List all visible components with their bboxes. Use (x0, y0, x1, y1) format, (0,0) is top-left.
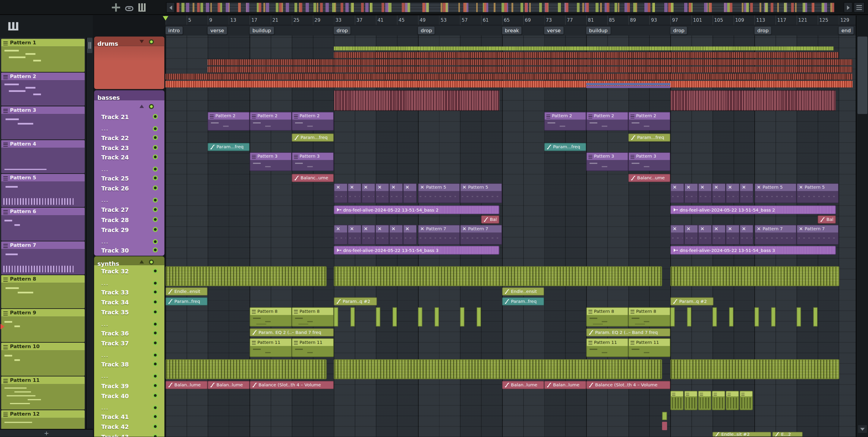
grid-icon[interactable] (138, 3, 147, 12)
automation-clip[interactable]: Endle..ensit (502, 287, 544, 295)
muted-pattern-clip[interactable]: × (361, 183, 375, 203)
scrollbar-thumb[interactable] (858, 36, 867, 114)
track-row[interactable]: Track 36 (94, 328, 164, 338)
arrangement-minimap[interactable] (176, 2, 835, 13)
pattern-clip[interactable] (698, 391, 711, 410)
audio-clip[interactable]: dns-feel-alive-2024-05-22 13-51-54_bass … (334, 246, 499, 255)
track-row[interactable]: Track 23 (94, 143, 164, 152)
pattern-clip[interactable]: Pattern 2 (250, 112, 292, 130)
audio-clip[interactable]: dns-feel-alive-2024-05-22 13-51-54_bass … (670, 246, 836, 255)
mini-clip[interactable] (797, 307, 801, 326)
automation-lane-row[interactable]: ... (94, 403, 164, 412)
track-mute-led[interactable] (153, 434, 158, 437)
muted-pattern-clip[interactable]: × (403, 183, 417, 203)
automation-clip[interactable]: Endle..ensit (165, 287, 208, 295)
track-row[interactable]: Track 41 (94, 412, 164, 421)
muted-pattern-clip[interactable]: × (403, 225, 417, 245)
pattern-clip[interactable]: Pattern 3 (292, 152, 334, 171)
pattern-item[interactable]: Pattern 8 (1, 275, 85, 308)
mini-clip[interactable] (350, 307, 355, 326)
automation-clip[interactable]: Balance (Slot..th 4 – Volume (586, 381, 670, 389)
bass-roll-clip[interactable] (670, 90, 836, 111)
track-row[interactable]: Track 39 (94, 381, 164, 390)
drum-roll-clip[interactable] (165, 81, 852, 87)
pattern-clip[interactable]: Pattern 11 (586, 338, 628, 357)
automation-clip[interactable]: Balanc..ume (628, 174, 671, 182)
pattern-item[interactable]: Pattern 11 (1, 376, 85, 410)
track-mute-led[interactable] (153, 290, 158, 295)
automation-clip[interactable]: Bal.. (818, 215, 836, 224)
track-mute-led[interactable] (153, 176, 158, 181)
pattern-clip[interactable]: Pattern 11 (292, 338, 334, 357)
automation-clip[interactable]: Balan..lume (165, 381, 208, 389)
muted-pattern-clip[interactable]: × (389, 183, 403, 203)
drum-roll-clip[interactable] (165, 73, 852, 80)
track-mute-led[interactable] (153, 198, 158, 203)
drum-roll-clip[interactable] (334, 52, 671, 58)
track-mute-led[interactable] (153, 154, 158, 159)
pattern-item[interactable]: Pattern 10 (1, 343, 85, 376)
automation-clip[interactable]: Param..freq (165, 297, 208, 306)
playlist-window-icon[interactable] (8, 22, 19, 30)
note-roll-clip[interactable] (165, 266, 327, 286)
track-mute-led[interactable] (153, 424, 158, 429)
drum-roll-clip[interactable] (334, 66, 671, 72)
pattern-clip[interactable]: Pattern 3 (250, 152, 292, 171)
muted-pattern-clip[interactable]: ×Pattern 5 (460, 183, 502, 203)
track-mute-led[interactable] (153, 185, 158, 190)
drum-roll-clip[interactable] (670, 59, 852, 65)
muted-pattern-clip[interactable]: ×Pattern 7 (754, 225, 797, 245)
scroll-down-button[interactable] (858, 425, 867, 433)
timeline-marker[interactable]: end (839, 26, 854, 34)
playlist-vertical-scrollbar[interactable] (856, 15, 868, 437)
pattern-item[interactable]: Pattern 5 (1, 174, 85, 207)
track-mute-led[interactable] (153, 281, 158, 286)
note-roll-clip[interactable] (334, 359, 662, 379)
timeline-marker[interactable]: buildup (586, 26, 610, 34)
muted-pattern-clip[interactable]: × (698, 183, 712, 203)
muted-pattern-clip[interactable]: × (712, 225, 726, 245)
pattern-item[interactable]: Pattern 4 (1, 140, 85, 173)
automation-clip[interactable]: Param...freq (628, 133, 671, 142)
mini-clip[interactable] (687, 307, 691, 326)
pattern-clip[interactable] (670, 391, 684, 410)
track-mute-led[interactable] (153, 145, 158, 150)
pattern-clip[interactable]: Pattern 2 (544, 112, 587, 130)
track-row[interactable]: Track 29 (94, 225, 164, 234)
muted-pattern-clip[interactable]: × (684, 183, 698, 203)
track-mute-led[interactable] (153, 310, 158, 315)
group-mute-led[interactable] (149, 104, 154, 109)
automation-lane-row[interactable]: ... (94, 237, 164, 246)
timeline-marker[interactable]: drop (754, 26, 771, 34)
mini-clip[interactable] (376, 307, 380, 326)
automation-lane-row[interactable]: ... (94, 124, 164, 133)
muted-pattern-clip[interactable]: × (740, 225, 753, 245)
note-roll-clip[interactable] (670, 266, 839, 286)
muted-pattern-clip[interactable]: × (347, 183, 361, 203)
mini-clip[interactable] (771, 307, 776, 326)
add-pattern-button-bottom[interactable]: + (44, 430, 49, 437)
playhead-marker[interactable] (163, 16, 168, 21)
automation-clip[interactable]: Balan..lume (544, 381, 587, 389)
muted-pattern-clip[interactable]: × (375, 183, 389, 203)
track-mute-led[interactable] (153, 405, 158, 410)
automation-clip[interactable]: Balanc..ume (292, 174, 334, 182)
pattern-clip[interactable]: Pattern 11 (250, 338, 292, 357)
minimap-scroll-right-button[interactable] (844, 2, 852, 13)
pattern-clip[interactable] (740, 391, 753, 410)
pattern-clip[interactable]: Pattern 3 (586, 152, 628, 171)
muted-pattern-clip[interactable]: × (670, 225, 684, 245)
muted-pattern-clip[interactable]: × (375, 225, 389, 245)
audio-clip[interactable]: dns-feel-alive-2024-05-22 13-51-54_bass … (670, 205, 836, 214)
track-row[interactable]: Track 28 (94, 215, 164, 224)
muted-pattern-clip[interactable]: × (740, 183, 753, 203)
mini-clip[interactable] (476, 307, 481, 326)
track-row[interactable]: Track 34 (94, 297, 164, 307)
track-mute-led[interactable] (153, 217, 158, 222)
track-row[interactable]: Track 21 (94, 112, 164, 121)
pattern-clip[interactable]: Pattern 2 (628, 112, 671, 130)
automation-clip[interactable]: Param...freq (292, 133, 334, 142)
muted-pattern-clip[interactable]: ×Pattern 7 (460, 225, 502, 245)
pattern-clip[interactable] (712, 391, 725, 410)
mini-clip[interactable] (754, 307, 759, 326)
